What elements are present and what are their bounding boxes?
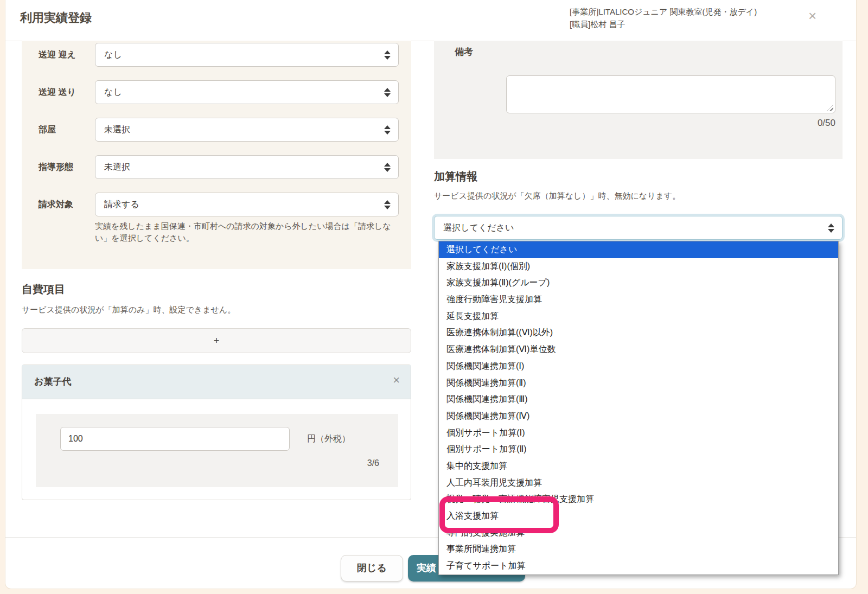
room-select[interactable]: 未選択 (95, 118, 399, 142)
facility-staff-info: [事業所]LITALICOジュニア 関東教室(児発・放デイ) [職員]松村 昌子 (570, 6, 803, 30)
select-arrows-icon (384, 163, 391, 173)
billing-help-text: 実績を残したまま国保連・市町村への請求の対象から外したい場合は「請求しない」を選… (95, 220, 405, 244)
dropdown-option[interactable]: 個別サポート加算(Ⅱ) (439, 441, 838, 458)
dropoff-select-value: なし (104, 87, 122, 97)
dropdown-option[interactable]: 関係機関連携加算(Ⅲ) (439, 391, 838, 408)
amount-unit-label: 円（外税） (307, 433, 350, 445)
modal-header: 利用実績登録 [事業所]LITALICOジュニア 関東教室(児発・放デイ) [職… (5, 0, 856, 41)
close-button[interactable]: 閉じる (341, 555, 403, 582)
remarks-label: 備考 (455, 46, 473, 58)
dropdown-option-bathing-support[interactable]: 入浴支援加算 (439, 508, 838, 525)
form-row-guidance-type: 指導形態 未選択 (22, 155, 411, 179)
self-pay-heading: 自費項目 (22, 282, 65, 297)
dropdown-option-selected[interactable]: 選択してください (439, 241, 838, 258)
select-arrows-icon (384, 125, 391, 135)
select-arrows-icon (384, 50, 391, 60)
dropdown-option[interactable]: 人工内耳装用児支援加算 (439, 475, 838, 491)
remarks-textarea[interactable] (506, 75, 835, 113)
select-arrows-icon (384, 200, 391, 210)
pickup-select-value: なし (104, 50, 122, 59)
pickup-label: 送迎 迎え (39, 49, 76, 61)
dropdown-option[interactable]: 家族支援加算(Ⅰ)(個別) (439, 258, 838, 275)
dropoff-select[interactable]: なし (95, 80, 399, 104)
room-label: 部屋 (39, 124, 56, 136)
select-arrows-icon (828, 223, 834, 233)
self-pay-item-body: 円（外税） 3/6 (36, 414, 398, 487)
select-arrows-icon (384, 88, 391, 98)
guidance-type-select-value: 未選択 (104, 162, 130, 171)
billing-target-select[interactable]: 請求する (95, 193, 399, 216)
self-pay-note: サービス提供の状況が「加算のみ」時、設定できません。 (22, 305, 235, 315)
self-pay-item-name: お菓子代 (34, 375, 71, 388)
dropdown-option[interactable]: 子育てサポート加算 (439, 558, 838, 574)
close-icon[interactable]: × (808, 9, 816, 23)
self-pay-item-header: お菓子代 × (22, 365, 411, 399)
dropdown-option[interactable]: 家族支援加算(Ⅱ)(グループ) (439, 274, 838, 291)
billing-target-select-value: 請求する (104, 200, 139, 209)
dropdown-option[interactable]: 医療連携体制加算(Ⅵ)単位数 (439, 341, 838, 358)
dropdown-option[interactable]: 集中的支援加算 (439, 458, 838, 475)
dropdown-option[interactable]: 関係機関連携加算(Ⅱ) (439, 375, 838, 392)
dropdown-option[interactable]: 個別サポート加算(Ⅰ) (439, 425, 838, 442)
pickup-select[interactable]: なし (95, 43, 399, 67)
room-select-value: 未選択 (104, 125, 130, 134)
guidance-type-label: 指導形態 (39, 162, 73, 173)
dropdown-option[interactable]: 延長支援加算 (439, 308, 838, 325)
dropdown-option[interactable]: 視覚・聴覚・言語機能障害児支援加算 (439, 491, 838, 508)
facility-line: [事業所]LITALICOジュニア 関東教室(児発・放デイ) (570, 6, 803, 18)
dropdown-option[interactable]: 専門的支援実施加算 (439, 525, 838, 541)
remarks-char-counter: 0/50 (818, 118, 835, 129)
billing-target-label: 請求対象 (39, 199, 73, 210)
page-title: 利用実績登録 (20, 10, 92, 26)
form-row-room: 部屋 未選択 (22, 118, 411, 142)
addition-select-value: 選択してください (443, 223, 514, 232)
add-self-pay-item-button[interactable]: + (22, 328, 411, 353)
staff-line: [職員]松村 昌子 (570, 18, 803, 31)
dropdown-option[interactable]: 関係機関連携加算(Ⅳ) (439, 408, 838, 425)
addition-select[interactable]: 選択してください (434, 216, 843, 240)
usage-record-modal: 利用実績登録 [事業所]LITALICOジュニア 関東教室(児発・放デイ) [職… (5, 0, 856, 589)
amount-input[interactable] (60, 427, 290, 451)
dropdown-option[interactable]: 事業所間連携加算 (439, 541, 838, 558)
form-row-dropoff: 送迎 送り なし (22, 80, 411, 104)
addition-info-note: サービス提供の状況が「欠席（加算なし）」時、無効になります。 (434, 191, 680, 201)
self-pay-item-card: お菓子代 × 円（外税） 3/6 (22, 365, 411, 500)
remove-item-icon[interactable]: × (393, 374, 400, 386)
addition-info-heading: 加算情報 (434, 169, 477, 184)
usage-detail-panel: 送迎 迎え なし 送迎 送り なし 部屋 未選択 指導形態 未選択 (22, 41, 411, 269)
addition-options-dropdown: 選択してください 家族支援加算(Ⅰ)(個別) 家族支援加算(Ⅱ)(グループ) 強… (438, 241, 839, 575)
guidance-type-select[interactable]: 未選択 (95, 155, 399, 179)
remarks-panel: 備考 0/50 (434, 41, 843, 159)
form-row-billing-target: 請求対象 請求する (22, 193, 411, 216)
form-row-pickup: 送迎 迎え なし (22, 43, 411, 67)
dropdown-option[interactable]: 医療連携体制加算((Ⅵ)以外) (439, 324, 838, 341)
dropoff-label: 送迎 送り (39, 87, 76, 98)
dropdown-option[interactable]: 強度行動障害児支援加算 (439, 291, 838, 308)
amount-char-counter: 3/6 (367, 458, 379, 468)
dropdown-option[interactable]: 関係機関連携加算(Ⅰ) (439, 358, 838, 375)
